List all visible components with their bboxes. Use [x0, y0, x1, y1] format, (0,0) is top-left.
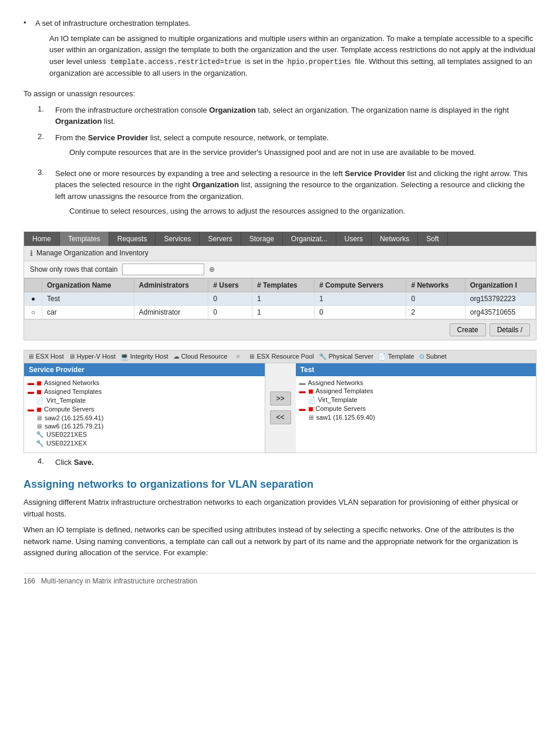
esx-host-label: ESX Host	[36, 353, 64, 360]
sp-saw2[interactable]: 🖥 saw2 (16.125.69.41)	[26, 414, 262, 422]
table-row[interactable]: ● Test 0 1 1 0 org153792223	[25, 292, 536, 305]
details-button[interactable]: Details /	[490, 323, 530, 336]
step-4-container: 4. Click Save.	[38, 457, 537, 468]
row-radio-test[interactable]: ●	[25, 292, 42, 305]
th-templates: # Templates	[252, 278, 315, 292]
service-provider-header: Service Provider	[24, 363, 265, 376]
sp-use0221xex-icon: 🔧	[36, 440, 44, 447]
hyperv-host-btn[interactable]: 🖥 Hyper-V Host	[69, 353, 116, 360]
nav-item-storage[interactable]: Storage	[241, 232, 283, 246]
nav-item-templates[interactable]: Templates	[60, 232, 109, 246]
org-compute-collapse-icon: ▬	[299, 405, 306, 412]
row-users-test: 0	[208, 292, 252, 305]
table-row[interactable]: ○ car Administrator 0 1 0 2 org435710655	[25, 305, 536, 319]
sp-tmpl-icon: ◼	[36, 388, 42, 396]
sp-use0221xes[interactable]: 🔧 USE0221XES	[26, 430, 262, 439]
step-3: 3. Select one or more resources by expan…	[38, 168, 537, 222]
bullet-description: An IO template can be assigned to multip…	[49, 33, 537, 79]
org-virt-template[interactable]: 📄 Virt_Template	[298, 396, 534, 404]
esx-host-btn[interactable]: 🖥 ESX Host	[28, 353, 64, 360]
sp-net-icon: ◼	[36, 379, 42, 387]
esx-host-icon: 🖥	[28, 353, 34, 360]
org-net-icon: ▬	[299, 379, 306, 386]
th-compute: # Compute Servers	[314, 278, 406, 292]
physical-label: Physical Server	[329, 353, 373, 360]
integrity-icon: 💻	[120, 353, 129, 360]
sp-use0221xex[interactable]: 🔧 USE0221XEX	[26, 439, 262, 448]
template-label: Template	[388, 353, 414, 360]
service-provider-tree: ▬ ◼ Assigned Networks ▬ ◼ Assigned Templ…	[24, 376, 265, 453]
sp-saw6[interactable]: 🖥 saw6 (16.125.79.21)	[26, 422, 262, 430]
nav-item-requests[interactable]: Requests	[109, 232, 156, 246]
row-compute-car: 0	[314, 305, 406, 319]
physical-server-btn[interactable]: 🔧 Physical Server	[319, 353, 373, 360]
code-hpio: hpio.properties	[286, 58, 353, 67]
sp-virt-template[interactable]: 📄 Virt_Template	[26, 396, 262, 405]
row-id-test: org153792223	[465, 292, 535, 305]
step-2-bold1: Service Provider	[88, 133, 149, 142]
template-icon: 📄	[378, 353, 386, 360]
subnet-icon: ⊙	[419, 353, 424, 360]
nav-item-servers[interactable]: Servers	[200, 232, 241, 246]
org-panel-header: Test	[296, 363, 537, 376]
arrows-column: >> <<	[265, 363, 296, 453]
service-provider-panel: Service Provider ▬ ◼ Assigned Networks ▬…	[24, 363, 265, 453]
org-compute-icon: ◼	[308, 405, 313, 413]
row-templates-test: 1	[252, 292, 315, 305]
org-table: Organization Name Administrators # Users…	[24, 278, 536, 319]
row-templates-car: 1	[252, 305, 315, 319]
integrity-host-btn[interactable]: 💻 Integrity Host	[120, 353, 168, 360]
step-3-bold2: Organization	[192, 180, 238, 189]
esx-res-label: ESX Resource Pool	[257, 353, 313, 360]
table-header-row: Organization Name Administrators # Users…	[25, 278, 536, 292]
org-saw1[interactable]: 🖥 saw1 (16.125.69.40)	[298, 413, 534, 421]
nav-item-users[interactable]: Users	[336, 232, 372, 246]
move-left-button[interactable]: <<	[270, 410, 291, 424]
resources-toolbar: 🖥 ESX Host 🖥 Hyper-V Host 💻 Integrity Ho…	[24, 350, 536, 363]
subnet-label: Subnet	[426, 353, 447, 360]
sp-saw2-icon: 🖥	[36, 414, 42, 421]
org-virt-icon: 📄	[308, 396, 316, 404]
subnet-btn[interactable]: ⊙ Subnet	[419, 353, 447, 360]
bullet-item-1: • A set of infrastructure orchestration …	[23, 18, 537, 83]
org-panel: Test ▬ Assigned Networks ▬ ◼ Assigned Te…	[296, 363, 537, 453]
manage-bar: ℹ Manage Organization and Inventory	[24, 246, 536, 261]
step-3-num: 3.	[38, 168, 49, 222]
page-footer: 166 Multi-tenancy in Matrix infrastructu…	[23, 573, 537, 585]
bullet-text-1: A set of infrastructure orchestration te…	[35, 18, 537, 83]
nav-item-services[interactable]: Services	[156, 232, 200, 246]
filter-bar: Show only rows that contain ⊕	[24, 261, 536, 278]
create-button[interactable]: Create	[450, 323, 486, 336]
numbered-list: 1. From the infrastructure orchestration…	[38, 104, 537, 222]
th-org-name: Organization Name	[42, 278, 134, 292]
integrity-label: Integrity Host	[130, 353, 168, 360]
section-heading: Assigning networks to organizations for …	[23, 478, 537, 491]
step-1-bold2: Organization	[55, 117, 102, 126]
org-tmpl-collapse-icon: ▬	[299, 387, 306, 394]
nav-item-organizat[interactable]: Organizat...	[283, 232, 336, 246]
sp-compute-icon: ◼	[36, 406, 42, 413]
move-right-button[interactable]: >>	[270, 391, 291, 406]
collapse-icon3: ▬	[28, 406, 34, 413]
step-4: 4. Click Save.	[38, 457, 537, 468]
row-compute-test: 1	[314, 292, 406, 305]
nav-item-soft[interactable]: Soft	[418, 232, 447, 246]
nav-item-home[interactable]: Home	[24, 232, 60, 246]
row-radio-car[interactable]: ○	[25, 305, 42, 319]
th-networks: # Networks	[406, 278, 465, 292]
assign-intro: To assign or unassign resources:	[23, 88, 537, 100]
step-2: 2. From the Service Provider list, selec…	[38, 132, 537, 163]
org-tmpl-icon: ◼	[308, 387, 313, 395]
ui-nav-bar: Home Templates Requests Services Servers…	[24, 232, 536, 246]
step-2-text: From the Service Provider list, select a…	[55, 132, 537, 163]
nav-item-networks[interactable]: Networks	[372, 232, 418, 246]
row-org-car: car	[42, 305, 134, 319]
sp-use0221xes-icon: 🔧	[36, 431, 44, 438]
cloud-resource-btn[interactable]: ☁ Cloud Resource	[173, 353, 228, 360]
step-3-indent: Continue to select resources, using the …	[69, 205, 537, 217]
template-btn[interactable]: 📄 Template	[378, 353, 414, 360]
filter-input[interactable]	[122, 264, 204, 275]
esx-resource-pool-btn[interactable]: 🖥 ESX Resource Pool	[248, 353, 313, 360]
row-users-car: 0	[208, 305, 252, 319]
resources-container: 🖥 ESX Host 🖥 Hyper-V Host 💻 Integrity Ho…	[23, 350, 537, 453]
